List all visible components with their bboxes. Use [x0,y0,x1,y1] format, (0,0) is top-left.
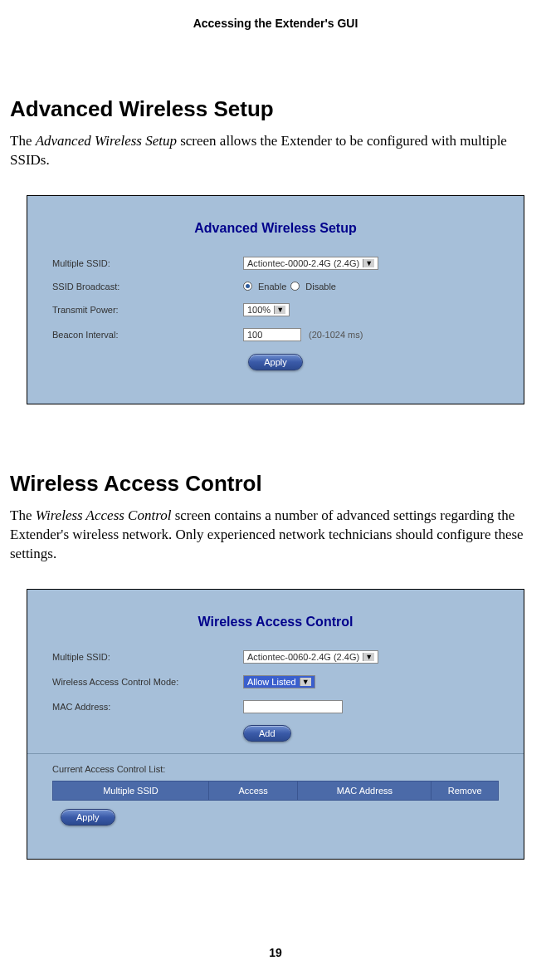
panel-title: Advanced Wireless Setup [52,221,499,236]
radio-dot-icon [246,284,250,288]
intro-em: Wireless Access Control [36,507,172,523]
col-multiple-ssid: Multiple SSID [53,781,209,800]
access-control-table: Multiple SSID Access MAC Address Remove [52,781,499,801]
select-value: 100% [247,305,271,315]
panel-advanced-wireless-setup: Advanced Wireless Setup Multiple SSID: A… [27,195,524,404]
chevron-down-icon: ▼ [300,678,311,686]
select-multiple-ssid[interactable]: Actiontec-0000-2.4G (2.4G) ▼ [243,257,378,270]
intro-em: Advanced Wireless Setup [36,133,177,149]
intro-advanced-wireless-setup: The Advanced Wireless Setup screen allow… [10,132,541,170]
chevron-down-icon: ▼ [363,259,374,267]
select-transmit-power[interactable]: 100% ▼ [243,303,290,316]
chevron-down-icon: ▼ [274,306,285,314]
page-header: Accessing the Extender's GUI [8,17,543,30]
intro-wireless-access-control: The Wireless Access Control screen conta… [10,507,541,564]
divider [27,753,524,754]
label-disable: Disable [305,282,336,292]
button-row: Apply [52,354,499,370]
select-value: Actiontec-0000-2.4G (2.4G) [247,258,359,268]
col-access: Access [208,781,297,800]
hint-beacon-interval: (20-1024 ms) [309,330,363,340]
col-remove: Remove [432,781,499,800]
button-row-add: Add [52,725,499,742]
table-header-row: Multiple SSID Access MAC Address Remove [53,781,499,800]
section-wireless-access-control: Wireless Access Control The Wireless Acc… [10,471,541,860]
apply-button[interactable]: Apply [61,809,115,826]
row-ssid-broadcast: SSID Broadcast: Enable Disable [52,282,499,292]
input-beacon-interval[interactable]: 100 [243,328,301,341]
select-value: Actiontec-0060-2.4G (2.4G) [247,652,359,662]
label-beacon-interval: Beacon Interval: [52,330,243,340]
col-mac-address: MAC Address [298,781,432,800]
label-multiple-ssid: Multiple SSID: [52,258,243,268]
page-number: 19 [0,946,551,959]
row-beacon-interval: Beacon Interval: 100 (20-1024 ms) [52,328,499,341]
intro-prefix: The [10,507,36,523]
label-multiple-ssid: Multiple SSID: [52,652,243,662]
input-mac-address[interactable] [243,700,343,713]
panel-wireless-access-control: Wireless Access Control Multiple SSID: A… [27,589,524,860]
add-button[interactable]: Add [243,725,291,742]
label-access-control-mode: Wireless Access Control Mode: [52,677,243,687]
heading-advanced-wireless-setup: Advanced Wireless Setup [10,96,541,122]
apply-button[interactable]: Apply [248,354,303,370]
select-access-control-mode[interactable]: Allow Listed ▼ [243,675,315,688]
row-multiple-ssid: Multiple SSID: Actiontec-0000-2.4G (2.4G… [52,257,499,270]
radio-disable[interactable] [290,282,300,291]
radio-enable[interactable] [243,282,252,291]
select-value: Allow Listed [247,677,296,687]
button-row-apply: Apply [52,809,499,826]
label-ssid-broadcast: SSID Broadcast: [52,282,243,292]
heading-wireless-access-control: Wireless Access Control [10,471,541,497]
panel-title: Wireless Access Control [52,615,499,630]
label-mac-address: MAC Address: [52,702,243,712]
row-transmit-power: Transmit Power: 100% ▼ [52,303,499,316]
row-mac-address: MAC Address: [52,700,499,713]
row-multiple-ssid: Multiple SSID: Actiontec-0060-2.4G (2.4G… [52,650,499,664]
chevron-down-icon: ▼ [363,653,374,661]
select-multiple-ssid[interactable]: Actiontec-0060-2.4G (2.4G) ▼ [243,650,378,664]
row-access-control-mode: Wireless Access Control Mode: Allow List… [52,675,499,688]
label-enable: Enable [258,282,286,292]
list-header: Current Access Control List: [52,764,499,774]
section-advanced-wireless-setup: Advanced Wireless Setup The Advanced Wir… [10,96,541,404]
label-transmit-power: Transmit Power: [52,305,243,315]
intro-prefix: The [10,133,36,149]
